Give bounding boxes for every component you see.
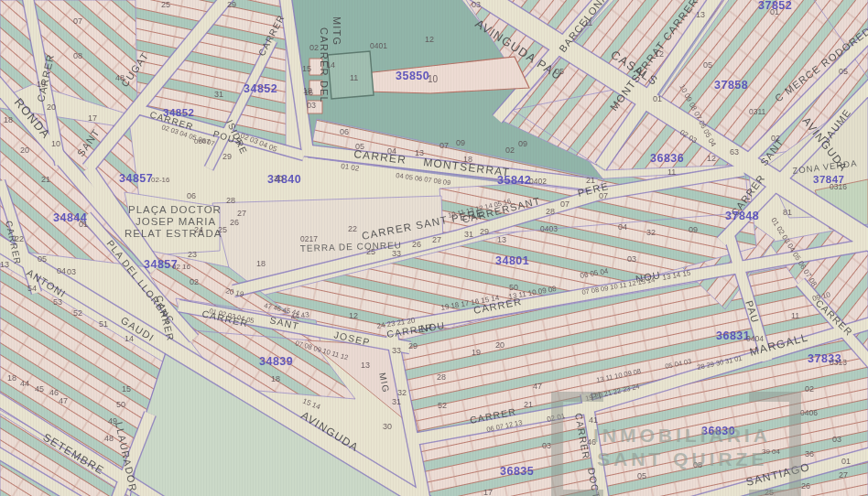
cadastral-map-canvas[interactable]: RONDACARRERSANTCUGATISIDRECARRERCARRERPO…: [0, 0, 868, 496]
warm-tint-overlay: [0, 0, 868, 496]
cadastral-map-viewport[interactable]: RONDACARRERSANTCUGATISIDRECARRERCARRERPO…: [0, 0, 868, 496]
